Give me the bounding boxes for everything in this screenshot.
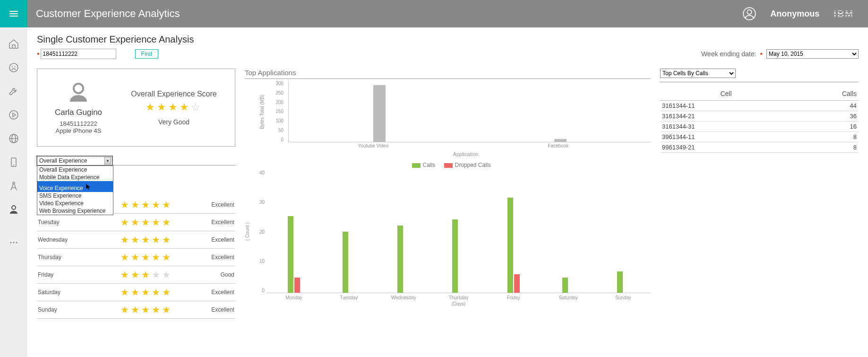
content-area: Single Customer Experience Analysis • Fi… xyxy=(27,27,868,357)
svg-point-15 xyxy=(74,84,83,93)
svg-point-3 xyxy=(12,66,13,67)
compass-icon xyxy=(8,180,19,192)
calls-day-group xyxy=(376,170,431,293)
required-indicator: • xyxy=(760,52,763,56)
customer-name: Carla Gugino xyxy=(43,108,114,117)
top-cells-row: 3161344-3116 xyxy=(660,122,859,132)
ibm-logo: IBM xyxy=(834,9,854,19)
sidebar-item-tools[interactable] xyxy=(0,79,27,103)
wrench-icon xyxy=(8,86,19,97)
sad-face-icon xyxy=(8,62,19,73)
mobile-icon xyxy=(8,157,19,168)
overall-score-label: Overall Experience Score xyxy=(119,90,229,98)
menu-toggle-button[interactable] xyxy=(0,0,27,27)
daily-experience-row: Wednesday★★★★★Excellent xyxy=(37,231,235,249)
daily-experience-row: Tuesday★★★★★Excellent xyxy=(37,214,235,231)
experience-type-select[interactable]: Overall Experience ▼ Overall ExperienceM… xyxy=(37,156,112,165)
top-cells-row: 3161344-2136 xyxy=(660,111,859,122)
home-icon xyxy=(8,38,19,50)
sidebar-item-sentiment[interactable] xyxy=(0,56,27,79)
customer-id-input[interactable] xyxy=(41,49,116,59)
svg-point-9 xyxy=(13,165,14,165)
top-apps-title: Top Applications xyxy=(245,69,651,79)
legend-swatch-dropped xyxy=(444,163,453,168)
svg-point-5 xyxy=(9,111,18,119)
ellipsis-icon xyxy=(8,237,19,248)
experience-option[interactable]: Voice Experience xyxy=(37,181,113,192)
customer-phone: 18451112222 xyxy=(43,120,114,127)
svg-point-4 xyxy=(15,66,16,67)
app-header: Customer Experience Analytics Anonymous … xyxy=(0,0,868,27)
calls-xlabel: (Days) xyxy=(266,301,651,306)
calls-day-group xyxy=(541,170,596,293)
user-avatar-icon[interactable] xyxy=(743,7,756,20)
customer-summary-card: Carla Gugino 18451112222 Apple iPhone 4S… xyxy=(37,69,235,147)
calls-day-group xyxy=(596,170,651,293)
hamburger-icon xyxy=(8,8,19,19)
calls-day-group xyxy=(431,170,486,293)
top-apps-xlabel: Application xyxy=(281,151,651,157)
calls-day-group xyxy=(266,170,321,293)
find-button[interactable]: Find xyxy=(135,49,158,59)
calls-chart-legend: Calls Dropped Calls xyxy=(245,162,651,168)
app-title: Customer Experience Analytics xyxy=(36,8,743,20)
top-cells-select[interactable]: Top Cells By Calls xyxy=(660,69,736,78)
experience-type-selected: Overall Experience xyxy=(39,157,87,164)
svg-point-2 xyxy=(9,63,18,72)
sidebar-item-more[interactable] xyxy=(0,231,27,254)
week-ending-label: Week ending date: xyxy=(701,50,756,58)
overall-score-stars: ★★★★☆ xyxy=(119,101,229,113)
top-cells-row: 3961344-118 xyxy=(660,132,859,142)
sidebar-item-home[interactable] xyxy=(0,32,27,56)
daily-experience-row: Thursday★★★★★Excellent xyxy=(37,249,235,266)
daily-experience-row: Friday★★★★★Good xyxy=(37,266,235,284)
calls-ylabel: ( Count ) xyxy=(245,170,252,293)
svg-point-14 xyxy=(16,242,17,244)
week-ending-select[interactable]: May 10, 2015 xyxy=(766,49,859,59)
page-title: Single Customer Experience Analysis xyxy=(37,34,859,45)
sidebar-item-profile[interactable] xyxy=(0,198,27,221)
svg-point-10 xyxy=(13,182,15,184)
sidebar-item-globe[interactable] xyxy=(0,127,27,150)
customer-device: Apple iPhone 4S xyxy=(43,127,114,134)
top-cells-row: 9961349-218 xyxy=(660,142,859,153)
daily-experience-row: Sunday★★★★★Excellent xyxy=(37,301,235,319)
user-name: Anonymous xyxy=(770,9,819,19)
experience-option[interactable]: Video Experience xyxy=(37,200,113,207)
svg-point-11 xyxy=(12,206,16,209)
experience-option[interactable]: Mobile Data Experience xyxy=(37,174,113,181)
experience-type-options: Overall ExperienceMobile Data Experience… xyxy=(37,165,113,215)
overall-score-text: Very Good xyxy=(119,118,229,126)
customer-avatar-icon xyxy=(67,81,90,104)
sidebar-item-play[interactable] xyxy=(0,103,27,127)
globe-icon xyxy=(8,133,19,144)
sidebar-item-drafting[interactable] xyxy=(0,174,27,198)
sidebar xyxy=(0,27,27,357)
app-bar xyxy=(554,139,567,142)
chevron-down-icon: ▼ xyxy=(104,157,111,165)
daily-experience-row: Saturday★★★★★Excellent xyxy=(37,284,235,301)
top-cells-row: 3161344-1144 xyxy=(660,101,859,111)
experience-option[interactable]: Web Browsing Experience xyxy=(37,207,113,215)
app-bar xyxy=(373,85,386,142)
sidebar-item-mobile[interactable] xyxy=(0,150,27,174)
play-circle-icon xyxy=(8,109,19,121)
calls-chart: ( Count ) 403020100 xyxy=(245,170,651,293)
top-cells-table: CellCalls3161344-11443161344-21363161344… xyxy=(660,87,859,153)
svg-point-1 xyxy=(748,10,752,14)
person-icon xyxy=(8,204,19,215)
experience-option[interactable]: SMS Experience xyxy=(37,192,113,200)
calls-day-group xyxy=(321,170,376,293)
svg-point-12 xyxy=(10,242,12,244)
svg-point-13 xyxy=(13,242,15,244)
experience-option[interactable]: Overall Experience xyxy=(37,166,113,174)
legend-swatch-calls xyxy=(412,163,421,168)
calls-day-group xyxy=(486,170,541,293)
top-apps-chart: Bytes Total (MB) 300250200150100500 xyxy=(245,81,651,142)
required-indicator: • xyxy=(37,52,40,56)
